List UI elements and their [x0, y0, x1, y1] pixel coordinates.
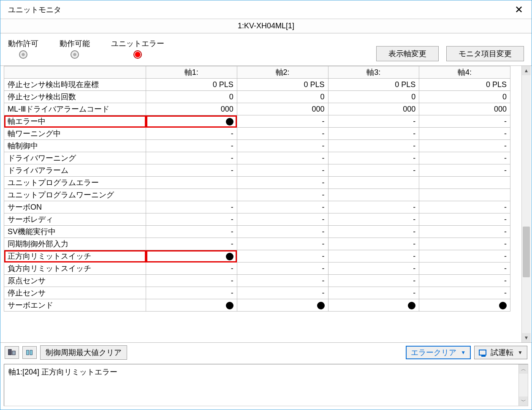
table-row: 停止センサ検出回数0000 — [4, 91, 510, 103]
row-value: - — [419, 128, 510, 140]
row-value — [419, 189, 510, 201]
row-label: サーボレディ — [4, 213, 146, 226]
chevron-down-icon: ▼ — [518, 350, 523, 355]
status-label: ユニットエラー — [111, 38, 164, 49]
row-value: - — [237, 226, 328, 238]
status-label: 動作可能 — [60, 38, 90, 49]
row-value: - — [419, 152, 510, 164]
row-value: - — [237, 152, 328, 164]
table-row: 負方向リミットスイッチ---- — [4, 262, 510, 275]
row-value: 000 — [328, 103, 419, 115]
row-value: - — [146, 213, 237, 226]
chevron-down-icon: ▼ — [461, 350, 466, 355]
svg-rect-2 — [27, 350, 29, 355]
row-value — [328, 177, 419, 189]
device-icon — [7, 348, 16, 357]
label-header — [4, 66, 146, 79]
filled-dot-icon — [499, 302, 507, 309]
row-value: - — [146, 275, 237, 287]
row-label: 停止センサ検出回数 — [4, 91, 146, 103]
row-value — [146, 115, 237, 128]
filled-dot-icon — [226, 302, 233, 309]
svg-rect-3 — [30, 350, 33, 355]
row-value — [237, 299, 328, 312]
row-label: 停止センサ — [4, 287, 146, 299]
row-value: - — [237, 262, 328, 275]
clear-cycle-button[interactable]: 制御周期最大値クリア — [40, 345, 127, 360]
titlebar: ユニットモニタ ✕ — [0, 0, 532, 19]
table-row: 停止センサ検出時現在座標0 PLS0 PLS0 PLS0 PLS — [4, 79, 510, 91]
trial-run-dropdown[interactable]: 試運転 ▼ — [474, 346, 527, 359]
error-clear-dropdown[interactable]: エラークリア ▼ — [406, 346, 471, 359]
row-label: ユニットプログラムエラー — [4, 177, 146, 189]
row-label: 軸ワーニング中 — [4, 128, 146, 140]
row-label: 正方向リミットスイッチ — [4, 250, 146, 262]
table-row: ドライバアラーム---- — [4, 164, 510, 177]
row-value: - — [237, 201, 328, 213]
row-value: - — [146, 152, 237, 164]
scroll-down-icon[interactable]: ﹀ — [519, 396, 528, 406]
table-row: 停止センサ---- — [4, 287, 510, 299]
table-row: サーボレディ---- — [4, 213, 510, 226]
row-value: - — [419, 213, 510, 226]
filled-dot-icon — [226, 253, 233, 260]
row-value: - — [419, 201, 510, 213]
row-label: 軸エラー中 — [4, 115, 146, 128]
table-row: 正方向リミットスイッチ--- — [4, 250, 510, 262]
filled-dot-icon — [408, 302, 415, 309]
row-value: - — [328, 201, 419, 213]
svg-rect-1 — [12, 351, 15, 355]
row-value — [419, 299, 510, 312]
row-value: - — [328, 275, 419, 287]
scroll-down-icon[interactable]: ▼ — [522, 333, 531, 342]
table-row: サーボエンド — [4, 299, 510, 312]
row-value: - — [328, 226, 419, 238]
row-label: 軸制御中 — [4, 140, 146, 152]
row-value: - — [237, 287, 328, 299]
row-value: - — [328, 287, 419, 299]
row-label: ML-Ⅲドライバアラームコード — [4, 103, 146, 115]
table-row: ML-Ⅲドライバアラームコード000000000000 — [4, 103, 510, 115]
status-scrollbar[interactable]: ︿ ﹀ — [518, 364, 528, 406]
table-row: 軸エラー中--- — [4, 115, 510, 128]
close-icon[interactable]: ✕ — [510, 4, 527, 16]
status-indicator: 動作許可 — [8, 38, 38, 59]
row-value — [328, 189, 419, 201]
scroll-thumb[interactable] — [523, 227, 530, 277]
row-value: - — [419, 140, 510, 152]
row-value: - — [328, 238, 419, 250]
row-value — [328, 299, 419, 312]
row-value: 0 — [146, 91, 237, 103]
table-row: SV機能実行中---- — [4, 226, 510, 238]
device-icon-button-2[interactable] — [22, 346, 37, 359]
device-icon-button-1[interactable] — [5, 346, 19, 359]
vertical-scrollbar[interactable]: ▲ ▼ — [521, 66, 531, 342]
row-label: 原点センサ — [4, 275, 146, 287]
row-value: - — [419, 238, 510, 250]
row-value: 000 — [146, 103, 237, 115]
row-label: ユニットプログラムワーニング — [4, 189, 146, 201]
row-value: - — [328, 213, 419, 226]
change-axis-button[interactable]: 表示軸変更 — [376, 46, 439, 61]
status-led-off-icon — [71, 50, 79, 59]
toolbar: 動作許可動作可能ユニットエラー 表示軸変更 モニタ項目変更 — [0, 33, 532, 66]
scroll-up-icon[interactable]: ︿ — [519, 364, 528, 374]
row-value: - — [146, 128, 237, 140]
row-value: - — [237, 177, 328, 189]
row-value: - — [146, 164, 237, 177]
row-value: - — [237, 115, 328, 128]
status-label: 動作許可 — [8, 38, 38, 49]
row-label: サーボON — [4, 201, 146, 213]
row-value: - — [237, 275, 328, 287]
row-value: - — [237, 213, 328, 226]
row-value: - — [328, 140, 419, 152]
row-label: サーボエンド — [4, 299, 146, 312]
scroll-up-icon[interactable]: ▲ — [522, 66, 531, 75]
axis-header: 軸3: — [328, 66, 419, 79]
row-value: 000 — [237, 103, 328, 115]
filled-dot-icon — [317, 302, 325, 309]
row-value: 0 PLS — [328, 79, 419, 91]
row-value: - — [328, 262, 419, 275]
change-items-button[interactable]: モニタ項目変更 — [446, 46, 524, 61]
axis-header: 軸1: — [146, 66, 237, 79]
